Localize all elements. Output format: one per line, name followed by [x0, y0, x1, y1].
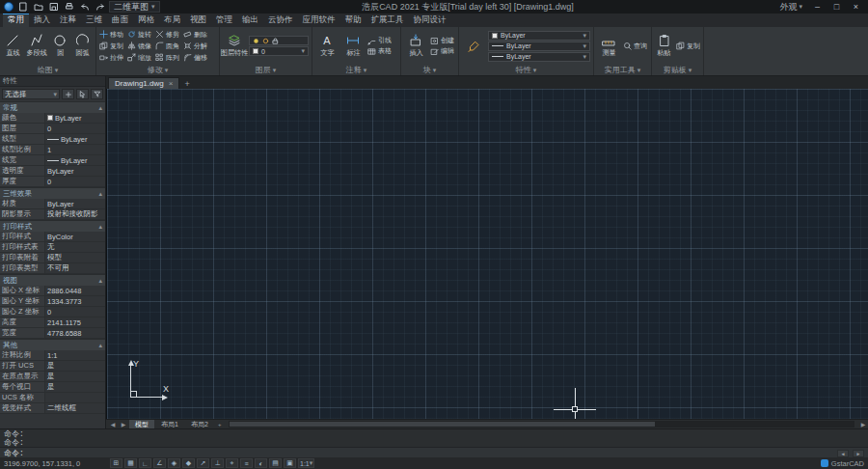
selection-filter-select[interactable]: 无选择 ▾ [2, 89, 60, 99]
layers-panel-label[interactable]: 图层 ▾ [220, 65, 312, 75]
tab-layout1[interactable]: 布局1 [155, 420, 184, 428]
lineweight-toggle[interactable]: ≡ [240, 458, 253, 468]
grid-toggle[interactable]: ▦ [124, 458, 137, 468]
property-value[interactable]: ByColor [45, 232, 105, 241]
open-file-icon[interactable] [32, 1, 44, 13]
lineweight-select[interactable]: ByLayer ▾ [488, 41, 590, 51]
measure-button[interactable]: 测量 [597, 34, 620, 58]
close-icon[interactable]: × [169, 79, 174, 88]
draw-panel-label[interactable]: 绘图 ▾ [0, 65, 95, 75]
layer-select[interactable]: 0 ▾ [249, 46, 309, 56]
property-value[interactable]: ByLayer [45, 166, 105, 176]
copy-button[interactable]: 复制 [99, 41, 127, 51]
arc-button[interactable]: 圆弧 [73, 34, 94, 58]
next-layout-icon[interactable]: ▶ [119, 421, 128, 428]
tab-layout2[interactable]: 布局2 [185, 420, 214, 428]
offset-button[interactable]: 偏移 [183, 53, 211, 63]
section-header-3d[interactable]: 三维效果 ▴ [0, 187, 105, 199]
maximize-button[interactable]: □ [828, 1, 845, 13]
property-value[interactable]: 无 [45, 242, 105, 252]
property-value[interactable]: 是 [45, 382, 105, 392]
create-block-button[interactable]: 创建 [430, 36, 454, 45]
line-button[interactable]: 直线 [3, 34, 23, 58]
clipboard-panel-label[interactable]: 剪贴板 ▾ [652, 65, 703, 75]
appearance-menu[interactable]: 外观 ▾ [775, 1, 806, 14]
erase-button[interactable]: 删除 [183, 30, 211, 40]
paste-button[interactable]: 粘贴 [655, 34, 673, 58]
copy-clip-button[interactable]: 复制 [676, 41, 700, 51]
tab-surface[interactable]: 曲面 [107, 14, 133, 27]
section-header-misc[interactable]: 其他 ▴ [0, 339, 105, 350]
property-value[interactable]: 0 [45, 124, 105, 133]
property-value[interactable]: 是 [45, 372, 105, 381]
tab-manage[interactable]: 管理 [211, 14, 237, 27]
tab-insert[interactable]: 插入 [29, 14, 55, 27]
new-document-tab-button[interactable]: + [179, 79, 194, 89]
utilities-panel-label[interactable]: 实用工具 ▾ [594, 65, 651, 75]
fillet-button[interactable]: 圆角 [155, 41, 183, 51]
tab-output[interactable]: 输出 [237, 14, 263, 27]
tab-layout[interactable]: 布局 [159, 14, 185, 27]
linetype-select[interactable]: ByLayer ▾ [488, 52, 590, 62]
print-icon[interactable] [63, 1, 75, 13]
property-value[interactable]: 不可用 [45, 263, 105, 273]
document-tab[interactable]: Drawing1.dwg × [108, 77, 179, 89]
property-value[interactable]: 1:1 [45, 350, 105, 360]
tab-3d[interactable]: 三维 [81, 14, 107, 27]
new-file-icon[interactable] [16, 1, 29, 13]
app-logo-icon[interactable] [4, 2, 14, 12]
object-color-select[interactable]: ByLayer ▾ [488, 31, 590, 41]
close-button[interactable]: × [848, 1, 864, 13]
drawing-viewport[interactable]: Y X [106, 89, 868, 419]
property-value[interactable]: 投射和接收阴影 [45, 209, 105, 219]
workspace-selector[interactable]: 二维草图 ▾ [109, 1, 160, 13]
transparency-toggle[interactable]: ◐ [255, 458, 267, 468]
selection-cycling-toggle[interactable]: ▣ [284, 458, 296, 468]
property-value[interactable]: 0 [45, 177, 105, 186]
osnap-3d-toggle[interactable]: ◆ [182, 458, 195, 468]
property-value[interactable]: 二维线框 [45, 403, 105, 413]
scroll-left-icon[interactable]: ◀ [837, 450, 849, 457]
redo-icon[interactable] [94, 1, 106, 13]
undo-icon[interactable] [78, 1, 91, 13]
polar-toggle[interactable]: ∠ [153, 458, 166, 468]
dyn-toggle[interactable]: ⌖ [226, 458, 238, 468]
stretch-button[interactable]: 拉伸 [99, 53, 127, 63]
layer-state-toolbar[interactable] [249, 36, 309, 45]
tab-model[interactable]: 模型 [129, 420, 154, 428]
match-properties-button[interactable] [462, 40, 485, 53]
modify-panel-label[interactable]: 修改 ▾ [96, 65, 219, 75]
tab-apps[interactable]: 应用软件 [298, 14, 340, 27]
property-value[interactable]: ByLayer [45, 134, 105, 144]
layer-properties-button[interactable]: 图层特性 [223, 34, 246, 58]
edit-block-button[interactable]: 编辑 [430, 46, 454, 56]
section-header-general[interactable]: 常规 ▴ [0, 101, 105, 113]
otrack-toggle[interactable]: ↗ [197, 458, 209, 468]
property-value[interactable]: 是 [45, 361, 105, 371]
scrollbar-thumb[interactable] [230, 422, 655, 427]
minimize-button[interactable]: – [809, 1, 826, 13]
property-value[interactable]: 4778.6588 [45, 328, 105, 338]
save-icon[interactable] [47, 1, 60, 13]
property-value[interactable]: 0 [45, 307, 105, 317]
tab-cloud[interactable]: 云协作 [263, 14, 298, 27]
horizontal-scrollbar[interactable] [229, 421, 854, 428]
property-value[interactable]: 模型 [45, 253, 105, 262]
toggle-pickadd-button[interactable] [62, 89, 74, 99]
property-value[interactable]: ByLayer [45, 155, 105, 165]
properties-panel-label[interactable]: 特性 ▾ [459, 65, 593, 75]
rotate-button[interactable]: 旋转 [127, 30, 155, 40]
array-button[interactable]: 阵列 [155, 53, 183, 63]
trim-button[interactable]: 修剪 [155, 30, 183, 40]
scroll-right-icon[interactable]: ▶ [853, 450, 864, 457]
block-panel-label[interactable]: 块 ▾ [401, 65, 458, 75]
leader-button[interactable]: 引线 [367, 36, 392, 45]
property-value[interactable]: ByLayer [45, 113, 105, 123]
move-button[interactable]: 移动 [99, 30, 127, 40]
properties-palette-title[interactable]: 特性 [0, 76, 105, 87]
circle-button[interactable]: 圆 [50, 34, 70, 58]
property-value[interactable]: 1 [45, 145, 105, 154]
insert-block-button[interactable]: 插入 [404, 34, 427, 58]
scale-button[interactable]: 缩放 [127, 53, 155, 63]
text-button[interactable]: A 文字 [315, 34, 339, 58]
